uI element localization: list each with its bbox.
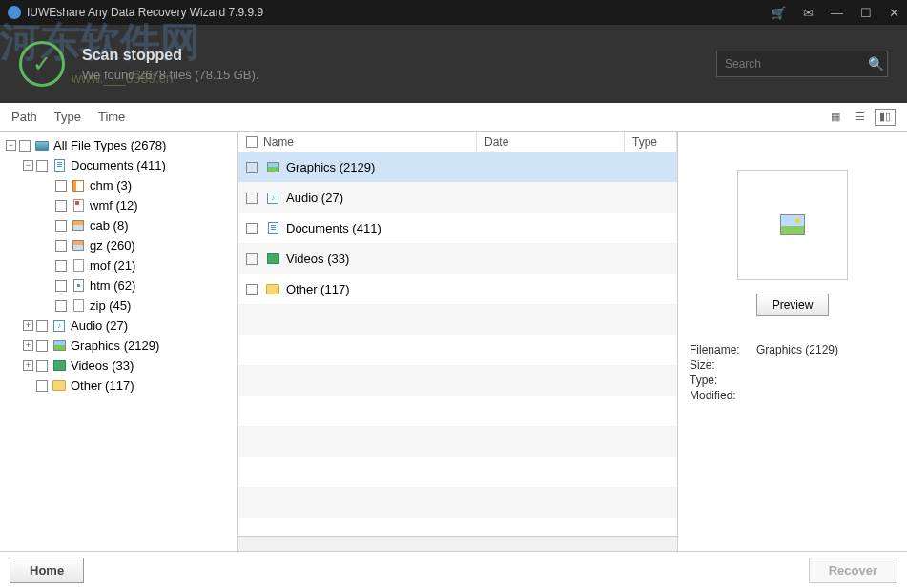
search-box[interactable]: 🔍 — [716, 51, 888, 77]
ic-htm-icon — [71, 279, 86, 293]
tree-toggle-icon[interactable]: + — [23, 360, 33, 371]
tree-doc-child-4[interactable]: mof (21) — [0, 255, 237, 275]
row-checkbox[interactable] — [246, 253, 258, 265]
ic-doc-icon — [265, 222, 280, 235]
preview-button[interactable]: Preview — [756, 294, 830, 316]
footer: Home Recover — [0, 551, 907, 588]
tree-label: zip (45) — [90, 298, 131, 313]
titlebar: IUWEshare Any Data Recovery Wizard 7.9.9… — [0, 0, 907, 25]
tree-toggle-icon[interactable]: + — [23, 320, 33, 331]
preview-panel: Preview Filename:Graphics (2129) Size: T… — [678, 132, 907, 551]
tree-checkbox[interactable] — [36, 160, 48, 172]
tree-doc-child-2[interactable]: cab (8) — [0, 215, 237, 235]
row-checkbox[interactable] — [246, 162, 258, 173]
tree-other[interactable]: Other (117) — [0, 375, 237, 395]
tree-checkbox[interactable] — [19, 140, 31, 152]
list-row[interactable]: Graphics (2129) — [238, 152, 677, 183]
view-detail-icon[interactable]: ▮▯ — [875, 109, 896, 126]
ic-doc-icon — [52, 159, 67, 172]
ic-file2-icon — [71, 179, 86, 193]
row-label: Videos (33) — [286, 252, 349, 266]
tree-doc-child-3[interactable]: gz (260) — [0, 235, 237, 255]
list-row-empty — [238, 335, 677, 366]
tree-label: Documents (411) — [71, 158, 166, 172]
row-label: Other (117) — [286, 282, 349, 296]
filename-value: Graphics (2129) — [756, 343, 838, 356]
mail-icon[interactable]: ✉ — [803, 6, 814, 20]
tree-graphics[interactable]: +Graphics (2129) — [0, 335, 237, 355]
row-checkbox[interactable] — [246, 223, 258, 234]
ic-img-icon — [265, 161, 280, 174]
type-label: Type: — [690, 374, 756, 387]
tab-type[interactable]: Type — [54, 110, 81, 124]
tree-label: Graphics (2129) — [71, 338, 159, 353]
tree-checkbox[interactable] — [55, 240, 67, 252]
tree-checkbox[interactable] — [55, 300, 67, 312]
file-tree[interactable]: −All File Types (2678)−Documents (411)ch… — [0, 132, 238, 551]
tree-videos[interactable]: +Videos (33) — [0, 355, 237, 375]
tree-label: All File Types (2678) — [53, 138, 166, 152]
tab-path[interactable]: Path — [11, 110, 37, 124]
preview-box — [737, 170, 848, 280]
col-name[interactable]: Name — [263, 135, 294, 149]
horizontal-scrollbar[interactable] — [238, 536, 677, 551]
row-checkbox[interactable] — [246, 193, 258, 204]
col-type[interactable]: Type — [625, 132, 677, 152]
tree-checkbox[interactable] — [55, 260, 67, 272]
tree-checkbox[interactable] — [55, 280, 67, 292]
tree-checkbox[interactable] — [36, 340, 48, 352]
scan-status-title: Scan stopped — [82, 47, 258, 64]
tree-checkbox[interactable] — [55, 180, 67, 192]
tree-checkbox[interactable] — [55, 200, 67, 212]
close-icon[interactable]: ✕ — [889, 6, 899, 20]
row-checkbox[interactable] — [246, 284, 258, 295]
cart-icon[interactable]: 🛒 — [771, 6, 786, 20]
ic-file-icon — [71, 259, 86, 273]
app-icon — [8, 6, 21, 19]
list-row[interactable]: Other (117) — [238, 274, 677, 305]
ic-file-icon — [71, 299, 86, 313]
row-label: Graphics (2129) — [286, 160, 375, 174]
list-row-empty — [238, 305, 677, 335]
tree-toggle-icon[interactable]: − — [23, 160, 33, 171]
ic-file3-icon — [71, 199, 86, 213]
tree-checkbox[interactable] — [55, 220, 67, 232]
maximize-icon[interactable]: ☐ — [860, 6, 872, 20]
search-icon[interactable]: 🔍 — [868, 56, 884, 71]
tree-root[interactable]: −All File Types (2678) — [0, 135, 237, 155]
tree-checkbox[interactable] — [36, 380, 48, 392]
tree-toggle-icon[interactable]: + — [23, 340, 33, 351]
header: 河东软件网 www.___0359.cn ✓ Scan stopped We f… — [0, 25, 907, 103]
search-input[interactable] — [725, 57, 868, 71]
scan-status-subtitle: We found 2678 files (78.15 GB). — [82, 68, 258, 82]
ic-folder-icon — [52, 379, 67, 393]
tree-doc-child-0[interactable]: chm (3) — [0, 175, 237, 195]
list-row-empty — [238, 366, 677, 396]
list-row-empty — [238, 427, 677, 457]
ic-cab-icon — [71, 219, 86, 233]
list-row[interactable]: ♪Audio (27) — [238, 183, 677, 213]
tree-label: chm (3) — [90, 178, 132, 193]
home-button[interactable]: Home — [10, 558, 84, 583]
ic-cab-icon — [71, 239, 86, 253]
tree-checkbox[interactable] — [36, 320, 48, 332]
ic-video-icon — [52, 359, 67, 373]
view-grid-icon[interactable]: ▦ — [825, 109, 846, 126]
view-list-icon[interactable]: ☰ — [850, 109, 871, 126]
tree-doc-child-1[interactable]: wmf (12) — [0, 195, 237, 215]
tree-label: mof (21) — [90, 258, 135, 273]
tree-doc-child-5[interactable]: htm (62) — [0, 275, 237, 295]
tree-documents[interactable]: −Documents (411) — [0, 155, 237, 175]
tree-toggle-icon[interactable]: − — [6, 140, 16, 151]
tree-audio[interactable]: +♪Audio (27) — [0, 315, 237, 335]
tree-label: cab (8) — [90, 218, 128, 233]
recover-button[interactable]: Recover — [809, 558, 897, 583]
select-all-checkbox[interactable] — [246, 136, 258, 148]
list-row[interactable]: Videos (33) — [238, 244, 677, 274]
minimize-icon[interactable]: — — [831, 6, 843, 20]
list-row[interactable]: Documents (411) — [238, 213, 677, 244]
tree-checkbox[interactable] — [36, 360, 48, 372]
col-date[interactable]: Date — [477, 132, 625, 152]
tree-doc-child-6[interactable]: zip (45) — [0, 295, 237, 315]
tab-time[interactable]: Time — [98, 110, 125, 124]
